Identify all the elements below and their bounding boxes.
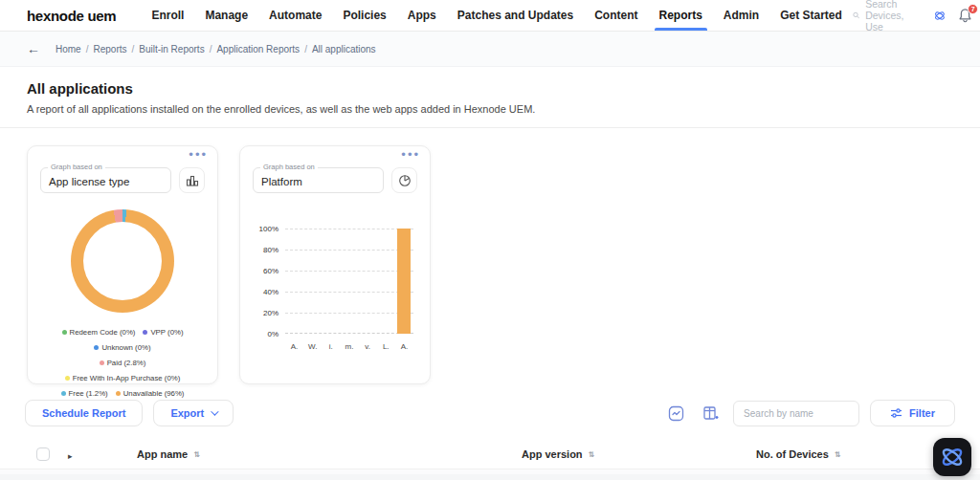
graph-based-on-select[interactable]: Graph based on Platform [253,167,384,193]
legend-label: VPP (0%) [150,325,183,340]
legend-dot [94,345,99,350]
toggle-graph-view-button[interactable] [668,405,684,422]
license-type-donut-chart[interactable] [71,209,174,313]
switch-to-pie-chart-button[interactable] [391,167,417,193]
filter-label: Filter [909,407,935,419]
breadcrumb: Home / Reports / Built-in Reports / Appl… [56,44,376,55]
column-header-app-version[interactable]: App version ⇅ [522,448,756,460]
select-all-checkbox[interactable] [36,447,50,461]
global-search-placeholder: Search Devices, Use [865,0,922,33]
crumb-separator: / [210,44,212,55]
page-title: All applications [27,80,953,97]
crumb-reports[interactable]: Reports [93,44,126,55]
legend-item-unavailable: Unavailable (96%) [116,386,185,402]
x-axis-labels: A. W. i. m. v. L. A. [285,342,413,351]
legend-label: Free (1.2%) [69,386,108,402]
column-header-app-name[interactable]: App name ⇅ [137,448,522,460]
nav-item-policies[interactable]: Policies [332,0,396,31]
nav-item-patches-and-updates[interactable]: Patches and Updates [447,0,584,31]
back-arrow-icon[interactable]: ← [27,41,40,56]
legend-item-free-with-iap: Free With In-App Purchase (0%) [65,371,181,386]
x-tick: m. [343,342,356,351]
hexnode-atom-icon[interactable] [934,8,946,24]
legend-item-free: Free (1.2%) [61,386,108,402]
bar[interactable] [397,229,411,334]
sort-icon[interactable]: ⇅ [193,450,200,459]
plot-area [285,229,413,334]
y-tick: 80% [263,246,278,254]
bars [285,229,413,334]
nav-item-content[interactable]: Content [584,0,648,31]
legend-label: Unknown (0%) [101,340,150,356]
legend-label: Paid (2.8%) [107,356,146,371]
card-platform: ••• Graph based on Platform 100% 80% 60%… [239,145,431,384]
pie-chart-icon [398,174,412,187]
card-menu-icon[interactable]: ••• [401,148,420,161]
nav-item-admin[interactable]: Admin [713,0,769,31]
breadcrumb-bar: ← Home / Reports / Built-in Reports / Ap… [0,32,980,67]
x-tick: i. [324,342,338,351]
table-bottom-strip [0,474,980,480]
customize-columns-button[interactable] [702,405,719,422]
notification-badge: 7 [968,4,978,14]
x-tick: A. [288,342,301,351]
crumb-application-reports[interactable]: Application Reports [216,44,300,55]
main-menu: Enroll Manage Automate Policies Apps Pat… [141,0,852,31]
charts-row: ••• Graph based on App license type Rede… [0,128,980,384]
x-tick: L. [379,342,392,351]
bar-chart-icon [186,174,199,187]
line-chart-icon [668,405,684,422]
sort-icon[interactable]: ⇅ [835,450,841,459]
card-menu-icon[interactable]: ••• [189,148,208,161]
nav-item-enroll[interactable]: Enroll [141,0,194,31]
legend-dot [100,360,104,365]
page-header: All applications A report of all applica… [0,67,980,128]
y-tick: 0% [267,330,278,338]
x-tick: A. [397,342,411,351]
nav-right-cluster: Search Devices, Use 7 ? [853,0,980,31]
legend-item-unknown: Unknown (0%) [94,340,150,356]
crumb-separator: / [86,44,89,55]
export-label: Export [170,407,204,419]
platform-bar-chart[interactable]: 100% 80% 60% 40% 20% 0% [253,229,417,351]
hexnode-logo[interactable]: hexnode uem [27,8,116,24]
nav-item-get-started[interactable]: Get Started [769,0,853,31]
export-button[interactable]: Export [153,400,234,426]
nav-item-automate[interactable]: Automate [258,0,332,31]
hexnode-atom-icon [940,446,965,469]
graph-based-on-select[interactable]: Graph based on App license type [40,167,171,193]
sort-icon[interactable]: ⇅ [589,450,595,459]
notifications-button[interactable]: 7 [958,8,972,23]
hexnode-chat-widget-button[interactable] [933,438,971,476]
search-icon [853,10,859,21]
nav-item-apps[interactable]: Apps [397,0,447,31]
schedule-report-label: Schedule Report [42,407,125,419]
y-tick: 100% [259,225,278,233]
crumb-all-applications[interactable]: All applications [312,44,376,55]
y-tick: 40% [263,288,278,296]
nav-item-manage[interactable]: Manage [194,0,258,31]
legend-label: Unavailable (96%) [123,386,185,402]
switch-to-bar-chart-button[interactable] [179,167,205,193]
crumb-home[interactable]: Home [56,44,81,55]
legend-dot [143,330,147,335]
y-tick: 20% [263,309,278,317]
page-description: A report of all applications installed o… [27,103,953,115]
x-tick: W. [306,342,320,351]
crumb-built-in-reports[interactable]: Built-in Reports [139,44,204,55]
graph-based-on-value: Platform [261,176,302,187]
graph-based-on-label: Graph based on [48,163,105,171]
nav-item-reports[interactable]: Reports [649,0,713,31]
global-search[interactable]: Search Devices, Use [853,0,923,33]
filter-sliders-icon [890,407,902,419]
filter-button[interactable]: Filter [870,400,955,426]
search-by-name-input[interactable] [733,401,859,426]
top-navigation-bar: hexnode uem Enroll Manage Automate Polic… [0,0,980,32]
crumb-separator: / [131,44,134,55]
schedule-report-button[interactable]: Schedule Report [25,400,143,426]
legend-dot [65,376,70,381]
legend-label: Redeem Code (0%) [70,325,136,340]
legend-dot [62,330,67,335]
x-tick: v. [361,342,374,351]
expand-arrow-icon[interactable]: ▸ [59,451,73,461]
